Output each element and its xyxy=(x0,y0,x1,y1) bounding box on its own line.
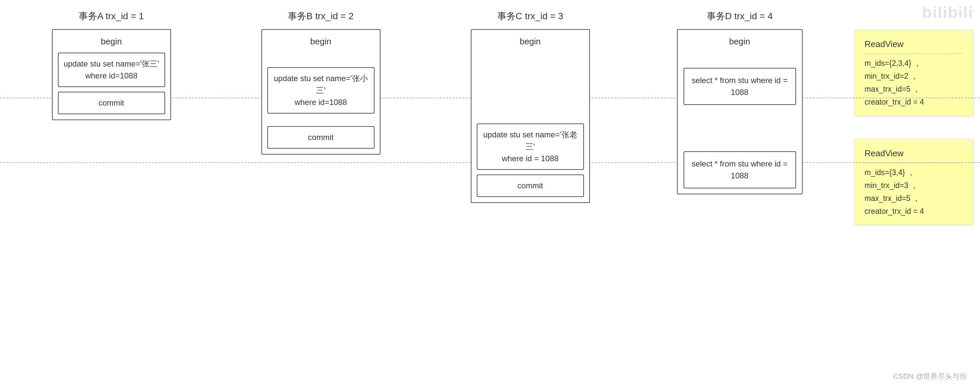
readview-2-line-3: max_trx_id=5 ， xyxy=(864,192,963,205)
col-a-begin: begin xyxy=(101,35,122,48)
readview-1-line-2: min_trx_id=2 ， xyxy=(864,70,963,83)
col-b-commit-box: commit xyxy=(267,126,374,148)
col-b-outer-box: begin update stu set name='张小三'where id=… xyxy=(261,29,380,155)
col-d-outer-box: begin select * from stu where id = 1088 … xyxy=(677,29,803,194)
transactions-area: 事务A trx_id = 1 begin update stu set name… xyxy=(6,10,974,358)
footer-text: CSDN @世界尽头与你 xyxy=(893,372,967,382)
col-d-begin: begin xyxy=(729,35,750,48)
readview-col: ReadView m_ids={2,3,4} ， min_trx_id=2 ， … xyxy=(854,10,974,225)
readview-2-line-2: min_trx_id=3 ， xyxy=(864,179,963,192)
col-c-begin: begin xyxy=(520,35,541,48)
col-a-outer-box: begin update stu set name='张三'where id=1… xyxy=(52,29,171,120)
readview-1: ReadView m_ids={2,3,4} ， min_trx_id=2 ， … xyxy=(854,30,974,116)
col-a-header: 事务A trx_id = 1 xyxy=(79,10,144,22)
main-container: bilibili 事务A trx_id = 1 begin update stu… xyxy=(0,0,980,388)
col-c-commit-box: commit xyxy=(477,174,584,197)
readview-2-line-1: m_ids={3,4} ， xyxy=(864,166,963,179)
col-c-header: 事务C trx_id = 3 xyxy=(497,10,563,22)
col-a-update-box: update stu set name='张三'where id=1088 xyxy=(58,53,165,87)
col-d-select-box-1: select * from stu where id = 1088 xyxy=(684,68,796,105)
col-d-select-box-2: select * from stu where id = 1088 xyxy=(684,151,796,188)
col-a-commit-box: commit xyxy=(58,92,165,114)
readview-1-line-1: m_ids={2,3,4} ， xyxy=(864,57,963,70)
col-c-update-box: update stu set name='张老三'where id = 1088 xyxy=(477,123,584,170)
transaction-col-d: 事务D trx_id = 4 begin select * from stu w… xyxy=(635,10,844,194)
col-c-outer-box: begin update stu set name='张老三'where id … xyxy=(471,29,590,203)
readview-2-title: ReadView xyxy=(864,146,963,161)
readview-2: ReadView m_ids={3,4} ， min_trx_id=3 ， ma… xyxy=(854,139,974,225)
transaction-col-c: 事务C trx_id = 3 begin update stu set name… xyxy=(425,10,635,203)
readview-1-title: ReadView xyxy=(864,37,963,51)
transaction-col-b: 事务B trx_id = 2 begin update stu set name… xyxy=(216,10,425,155)
col-b-header: 事务B trx_id = 2 xyxy=(288,10,353,22)
readview-1-line-3: max_trx_id=5 ， xyxy=(864,83,963,96)
transaction-col-a: 事务A trx_id = 1 begin update stu set name… xyxy=(6,10,216,120)
readview-1-divider xyxy=(864,53,963,54)
readview-2-line-4: creator_trx_id = 4 xyxy=(864,205,963,218)
col-d-header: 事务D trx_id = 4 xyxy=(707,10,773,22)
col-b-begin: begin xyxy=(310,35,331,48)
col-b-update-box: update stu set name='张小三'where id=1088 xyxy=(267,67,374,113)
